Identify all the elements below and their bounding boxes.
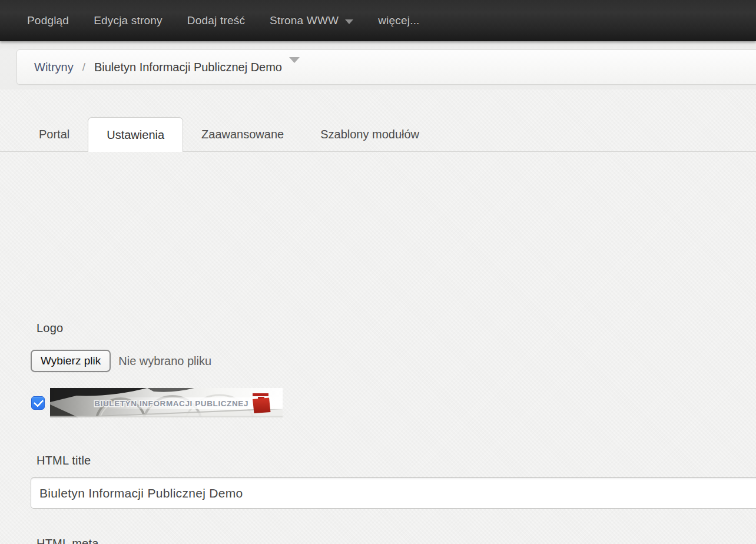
toolbar-item-more[interactable]: więcej...	[378, 14, 419, 27]
breadcrumb-link-sites[interactable]: Witryny	[34, 61, 74, 74]
logo-preview-image: BIULETYN INFORMACJI PUBLICZNEJ BIULETYN …	[50, 388, 283, 417]
html-title-input[interactable]	[31, 477, 756, 509]
tab-settings[interactable]: Ustawienia	[88, 117, 183, 152]
toolbar-item-add-content[interactable]: Dodaj treść	[187, 14, 245, 27]
breadcrumb-current-site[interactable]: Biuletyn Informacji Publicznej Demo	[94, 61, 282, 74]
toolbar-item-label: więcej...	[378, 14, 419, 27]
tab-module-templates[interactable]: Szablony modułów	[302, 117, 437, 151]
html-meta-label: HTML meta	[37, 537, 99, 544]
toolbar-item-label: Strona WWW	[270, 14, 339, 27]
toolbar-item-preview[interactable]: Podgląd	[27, 14, 69, 27]
logo-enabled-checkbox[interactable]	[31, 396, 45, 410]
site-dropdown-arrow-icon[interactable]	[289, 57, 300, 63]
file-chosen-status: Nie wybrano pliku	[118, 354, 211, 368]
checkmark-icon	[34, 397, 44, 407]
toolbar-item-label: Podgląd	[27, 14, 69, 27]
top-toolbar: Podgląd Edycja strony Dodaj treść Strona…	[0, 0, 756, 41]
toolbar-item-website-menu[interactable]: Strona WWW	[270, 14, 353, 27]
chevron-down-icon	[345, 19, 353, 24]
tab-advanced[interactable]: Zaawansowane	[183, 117, 302, 151]
logo-file-input: Wybierz plik Nie wybrano pliku	[31, 350, 211, 372]
settings-form: Logo Wybierz plik Nie wybrano pliku	[0, 152, 756, 544]
svg-text:BIULETYN INFORMACJI PUBLICZNEJ: BIULETYN INFORMACJI PUBLICZNEJ	[94, 399, 248, 408]
html-title-label: HTML title	[37, 454, 91, 467]
breadcrumb-separator: /	[82, 61, 85, 74]
settings-tabbar: Portal Ustawienia Zaawansowane Szablony …	[0, 117, 756, 152]
toolbar-item-edit-page[interactable]: Edycja strony	[94, 14, 163, 27]
current-logo-row: BIULETYN INFORMACJI PUBLICZNEJ BIULETYN …	[31, 388, 283, 417]
toolbar-item-label: Dodaj treść	[187, 14, 245, 27]
breadcrumb: Witryny / Biuletyn Informacji Publicznej…	[16, 49, 756, 85]
logo-label: Logo	[37, 321, 63, 335]
choose-file-button[interactable]: Wybierz plik	[31, 350, 111, 372]
tab-portal[interactable]: Portal	[21, 117, 88, 151]
toolbar-item-label: Edycja strony	[94, 14, 163, 27]
breadcrumb-strip: Witryny / Biuletyn Informacji Publicznej…	[0, 41, 756, 89]
